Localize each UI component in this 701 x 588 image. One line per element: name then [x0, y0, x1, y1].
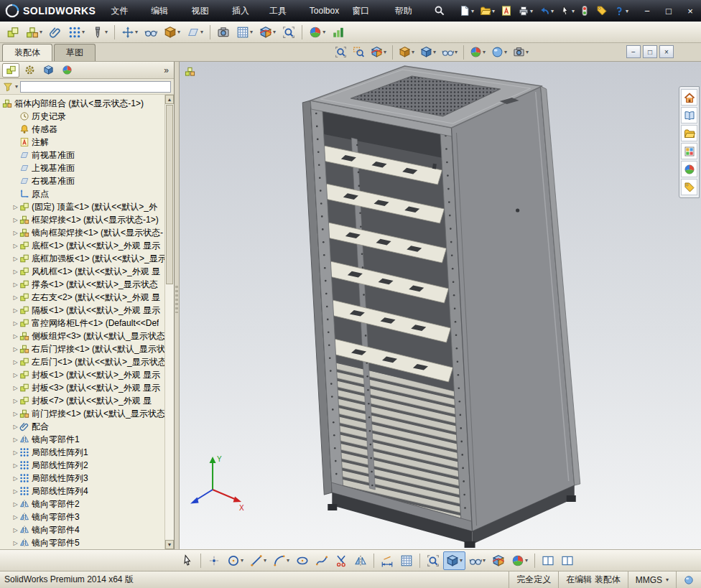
help-button[interactable]: ▾ — [611, 4, 631, 18]
featuremanager-tree-button[interactable] — [2, 63, 19, 78]
splitter-grip-icon[interactable] — [175, 286, 178, 313]
menu-toolbox[interactable]: Toolbox — [303, 0, 345, 22]
expander-icon[interactable]: ▷ — [11, 217, 19, 223]
tree-item[interactable]: ▷右后门焊接<1> (默认<默认_显示状 — [2, 342, 164, 355]
dropdown-arrow-icon[interactable]: ▾ — [287, 557, 289, 564]
view-palette-button[interactable] — [681, 143, 697, 159]
expander-icon[interactable]: ▷ — [11, 359, 19, 365]
dropdown-arrow-icon[interactable]: ▾ — [177, 29, 180, 35]
assembly-features-button[interactable]: ▾ — [161, 23, 183, 42]
expander-icon[interactable]: ▷ — [11, 462, 19, 469]
tree-item[interactable]: ▷侧板组焊<3> (默认<默认_显示状态 — [2, 330, 164, 342]
scrollbar-track[interactable] — [165, 104, 174, 540]
tree-item[interactable]: ▷镜向零部件2 — [2, 498, 164, 510]
tree-item[interactable]: ▷隔板<1> (默认<<默认>_外观 显示 — [2, 304, 164, 317]
dropdown-arrow-icon[interactable]: ▾ — [471, 8, 474, 14]
tree-item[interactable]: ▷镜向零部件1 — [2, 433, 164, 446]
tree-item[interactable]: ▷底框加强板<1> (默认<<默认>_显示 — [2, 252, 164, 265]
expander-icon[interactable]: ▷ — [11, 307, 19, 314]
dropdown-arrow-icon[interactable]: ▾ — [384, 49, 386, 55]
expander-icon[interactable]: ▷ — [11, 385, 19, 391]
split-view-horizontal-button[interactable] — [539, 551, 557, 570]
mate-button[interactable] — [46, 23, 65, 42]
tree-item[interactable]: ▷撑条<1> (默认<<默认>_显示状态 — [2, 278, 164, 291]
dropdown-arrow-icon[interactable]: ▾ — [200, 29, 203, 35]
smart-dimension-button[interactable] — [378, 551, 396, 570]
panel-more-chevron-icon[interactable]: » — [159, 65, 174, 75]
split-view-vertical-button[interactable] — [558, 551, 577, 570]
zoom-to-area-button[interactable] — [350, 43, 368, 61]
tree-item[interactable]: 原点 — [2, 187, 164, 200]
zoom-to-fit-button[interactable] — [332, 43, 350, 61]
undo-button[interactable]: ▾ — [537, 4, 556, 18]
print-button[interactable]: ▾ — [516, 4, 535, 18]
scrollbar-thumb[interactable] — [166, 105, 173, 284]
dropdown-arrow-icon[interactable]: ▾ — [412, 49, 414, 55]
tree-item[interactable]: ▷(固定) 顶盖<1> (默认<<默认>_外 — [2, 200, 164, 213]
flyout-tree-icon-area[interactable] — [185, 66, 195, 77]
tree-scrollbar[interactable]: ▲ ▼ — [164, 95, 174, 549]
doc-minimize-button[interactable]: − — [626, 45, 641, 58]
new-document-button[interactable]: ▾ — [457, 4, 476, 18]
dropdown-arrow-icon[interactable]: ▾ — [530, 8, 533, 14]
expander-icon[interactable]: ▷ — [11, 424, 19, 430]
close-button[interactable]: × — [679, 0, 701, 22]
show-hidden-components-button[interactable] — [141, 23, 160, 42]
tree-item[interactable]: 上视基准面 — [2, 162, 164, 174]
doc-close-button[interactable]: × — [659, 45, 674, 58]
dropdown-arrow-icon[interactable]: ▾ — [82, 29, 85, 35]
tree-item[interactable]: ▷富控网络柜L件<1> (Default<<Def — [2, 317, 164, 330]
doc-tab-assembly[interactable]: 装配体 — [2, 44, 52, 61]
menu-edit[interactable]: 编辑(E) — [144, 0, 185, 22]
exploded-view-button[interactable]: ▾ — [256, 23, 279, 42]
units-dropdown-arrow-icon[interactable]: ▾ — [666, 577, 669, 583]
edit-appearance-button[interactable]: ▾ — [306, 23, 328, 42]
select-button[interactable] — [178, 551, 197, 570]
section-view-button[interactable]: ▾ — [368, 43, 389, 61]
dropdown-arrow-icon[interactable]: ▾ — [40, 29, 42, 35]
view-orientation-button[interactable]: ▾ — [396, 43, 417, 61]
dropdown-arrow-icon[interactable]: ▾ — [273, 29, 276, 35]
new-motion-study-button[interactable] — [214, 23, 233, 42]
expander-icon[interactable]: ▷ — [11, 204, 19, 210]
doc-tab-sketch[interactable]: 草图 — [54, 44, 96, 61]
expander-icon[interactable]: ▷ — [11, 372, 19, 378]
expander-icon[interactable]: ▷ — [11, 540, 19, 546]
tree-item[interactable]: ▷配合 — [2, 420, 164, 433]
move-component-button[interactable]: ▾ — [119, 23, 141, 42]
tree-item[interactable]: ▷左后门<1> (默认<<默认>_显示状态 — [2, 355, 164, 368]
tree-item[interactable]: ▷镜向零部件5 — [2, 536, 164, 549]
units-selector[interactable]: MMGS ▾ — [628, 571, 676, 588]
dropdown-arrow-icon[interactable]: ▾ — [455, 49, 458, 55]
reference-geometry-button[interactable]: ▾ — [184, 23, 206, 42]
tree-item[interactable]: 传感器 — [2, 123, 164, 136]
expander-icon[interactable]: ▷ — [11, 346, 19, 353]
quick-tips-button[interactable] — [676, 571, 701, 588]
line-button[interactable]: ▾ — [247, 551, 269, 570]
design-library-button[interactable] — [681, 107, 697, 123]
dropdown-arrow-icon[interactable]: ▾ — [105, 29, 108, 35]
rebuild-button[interactable] — [577, 4, 593, 18]
tree-item[interactable]: ▷底框<1> (默认<<默认>_外观 显示 — [2, 239, 164, 252]
dropdown-arrow-icon[interactable]: ▾ — [322, 29, 325, 35]
expander-icon[interactable]: ▷ — [11, 501, 19, 508]
make-drawing-button[interactable] — [498, 4, 514, 18]
expander-icon[interactable]: ▷ — [11, 488, 19, 495]
hide-show-items-button[interactable]: ▾ — [466, 551, 488, 570]
edit-appearance-button[interactable]: ▾ — [467, 43, 488, 61]
dropdown-arrow-icon[interactable]: ▾ — [433, 49, 436, 55]
custom-properties-button[interactable] — [681, 179, 697, 195]
expander-icon[interactable]: ▷ — [11, 514, 19, 521]
dropdown-arrow-icon[interactable]: ▾ — [626, 8, 628, 14]
tree-item[interactable]: ▷局部线性阵列4 — [2, 485, 164, 498]
file-properties-button[interactable] — [594, 4, 610, 18]
insert-components-button[interactable]: ▾ — [23, 23, 45, 42]
tree-item[interactable]: ▷封板<3> (默认<<默认>_外观 显示 — [2, 381, 164, 394]
tree-item[interactable]: 注解 — [2, 136, 164, 149]
tree-item[interactable]: 历史记录 — [2, 110, 164, 123]
dropdown-arrow-icon[interactable]: ▾ — [264, 557, 266, 564]
maximize-button[interactable]: □ — [658, 0, 679, 22]
file-explorer-button[interactable] — [681, 125, 697, 141]
dropdown-arrow-icon[interactable]: ▾ — [250, 29, 253, 35]
doc-restore-button[interactable]: □ — [643, 45, 657, 58]
